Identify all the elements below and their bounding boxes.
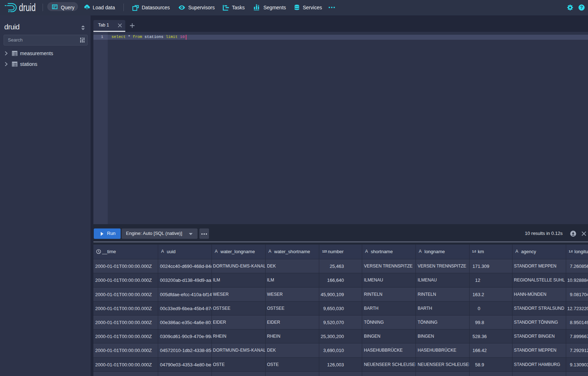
- svg-text:?: ?: [580, 5, 583, 10]
